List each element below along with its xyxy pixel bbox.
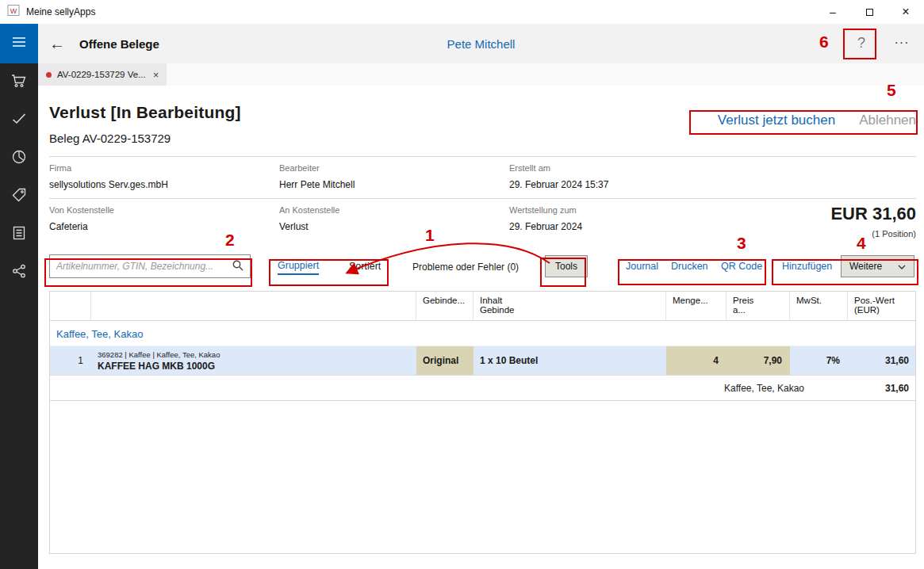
article-meta: 369282 | Kaffee | Kaffee, Tee, Kakao	[98, 350, 220, 359]
field-label: Bearbeiter	[279, 163, 509, 173]
field-label: An Kostenstelle	[279, 205, 509, 215]
chevron-down-icon	[898, 261, 906, 272]
field-value: Herr Pete Mitchell	[279, 179, 509, 190]
more-options-button[interactable]: ···	[886, 28, 918, 58]
total-positions: (1 Position)	[830, 229, 916, 239]
page-title: Offene Belege	[79, 37, 159, 51]
sidebar-item-price-tag[interactable]	[0, 178, 38, 216]
add-link[interactable]: Hinzufügen	[782, 261, 832, 272]
check-icon	[12, 113, 26, 128]
svg-text:W: W	[10, 7, 17, 15]
grouped-toggle[interactable]: Gruppiert	[278, 260, 319, 275]
sidebar-item-statistics[interactable]	[0, 139, 38, 178]
field-value: Cafeteria	[49, 221, 279, 232]
hamburger-icon	[12, 36, 26, 51]
pie-chart-icon	[12, 150, 26, 167]
mwst-cell: 7%	[790, 346, 848, 375]
search-input[interactable]	[56, 261, 232, 272]
menge-cell: 4	[666, 346, 727, 375]
sidebar	[0, 24, 38, 569]
reject-button[interactable]: Ablehnen	[859, 113, 916, 128]
row-number: 1	[50, 346, 91, 375]
tools-label: Tools	[555, 261, 577, 272]
table-row[interactable]: 1 369282 | Kaffee | Kaffee, Tee, Kakao K…	[50, 346, 915, 376]
document-actions: Verlust jetzt buchen Ablehnen	[718, 113, 916, 128]
column-header-preis[interactable]: Preis a...	[727, 292, 790, 320]
sidebar-item-cart[interactable]	[0, 63, 38, 101]
field-bearbeiter: Bearbeiter Herr Pete Mitchell	[279, 163, 509, 190]
column-header-article	[91, 292, 416, 320]
document-content: Verlust [In Bearbeitung] Beleg AV-0229-1…	[38, 86, 924, 569]
pos-wert-cell: 31,60	[848, 346, 917, 375]
positions-table: Gebinde... Inhalt Gebinde Menge... Preis…	[49, 291, 916, 554]
sidebar-item-menu[interactable]	[0, 24, 38, 63]
more-actions-dropdown[interactable]: Weitere	[841, 255, 914, 277]
titlebar: W Meine sellyApps – ×	[0, 0, 924, 24]
total-amount: EUR 31,60	[830, 204, 916, 224]
current-user[interactable]: Pete Mitchell	[447, 37, 516, 51]
fields-row-2: Von Kostenstelle Cafeteria An Kostenstel…	[49, 199, 916, 240]
maximize-icon	[866, 9, 873, 16]
window-title: Meine sellyApps	[26, 6, 95, 17]
document-number: Beleg AV-0229-153729	[49, 132, 916, 145]
summary-label: Kaffee, Tee, Kakao	[50, 383, 848, 394]
app-header: ← Offene Belege Pete Mitchell ? ···	[38, 24, 924, 63]
field-value: 29. Februar 2024 15:37	[509, 179, 916, 190]
column-header-gebinde[interactable]: Gebinde...	[416, 292, 474, 320]
tab-document[interactable]: AV-0229-153729 Ve... ×	[38, 63, 167, 86]
inhalt-cell: 1 x 10 Beutel	[474, 346, 666, 375]
qr-code-link[interactable]: QR Code	[721, 261, 762, 272]
tab-close-icon[interactable]: ×	[153, 69, 159, 81]
maximize-button[interactable]	[851, 0, 888, 24]
field-von-kostenstelle: Von Kostenstelle Cafeteria	[49, 205, 279, 232]
field-label: Von Kostenstelle	[49, 205, 279, 215]
app-icon: W	[7, 4, 20, 20]
article-search[interactable]	[49, 254, 251, 278]
field-value: sellysolutions Serv.ges.mbH	[49, 179, 279, 190]
sidebar-item-journal[interactable]	[0, 216, 38, 254]
field-erstellt-am: Erstellt am 29. Februar 2024 15:37	[509, 163, 916, 190]
summary-value: 31,60	[848, 383, 917, 394]
sidebar-item-share[interactable]	[0, 254, 38, 292]
field-label: Erstellt am	[509, 163, 916, 173]
column-header-mwst[interactable]: MwSt.	[790, 292, 848, 320]
minimize-button[interactable]: –	[815, 0, 851, 24]
sorted-toggle[interactable]: Sortiert	[349, 261, 381, 272]
field-firma: Firma sellysolutions Serv.ges.mbH	[49, 163, 279, 190]
share-icon	[12, 264, 26, 281]
column-header-empty	[50, 292, 91, 320]
positions-toolbar: Gruppiert Sortiert Probleme oder Fehler …	[49, 253, 916, 283]
group-summary-row: Kaffee, Tee, Kakao 31,60	[50, 376, 915, 401]
problems-counter[interactable]: Probleme oder Fehler (0)	[412, 262, 519, 273]
field-label: Firma	[49, 163, 279, 173]
back-button[interactable]: ←	[49, 36, 65, 52]
close-button[interactable]: ×	[888, 0, 924, 24]
gebinde-cell: Original	[416, 346, 474, 375]
cart-icon	[11, 74, 27, 91]
help-button[interactable]: ?	[846, 28, 876, 58]
tag-icon	[12, 188, 26, 205]
preis-cell: 7,90	[727, 346, 790, 375]
book-icon	[13, 226, 25, 243]
column-header-menge[interactable]: Menge...	[666, 292, 727, 320]
field-an-kostenstelle: An Kostenstelle Verlust	[279, 205, 509, 232]
unsaved-dot-icon	[46, 72, 52, 78]
print-link[interactable]: Drucken	[671, 261, 708, 272]
more-actions-label: Weitere	[849, 261, 882, 272]
group-header[interactable]: Kaffee, Tee, Kakao	[50, 321, 915, 346]
table-empty-area	[50, 401, 915, 553]
table-header-row: Gebinde... Inhalt Gebinde Menge... Preis…	[50, 292, 915, 321]
field-value: Verlust	[279, 221, 509, 232]
column-header-inhalt[interactable]: Inhalt Gebinde	[474, 292, 666, 320]
article-name: KAFFEE HAG MKB 1000G	[98, 361, 215, 372]
fields-row-1: Firma sellysolutions Serv.ges.mbH Bearbe…	[49, 157, 916, 198]
tab-bar: AV-0229-153729 Ve... ×	[38, 63, 924, 86]
sidebar-item-tasks[interactable]	[0, 101, 38, 139]
app-window: W Meine sellyApps – ×	[0, 0, 924, 569]
tools-button[interactable]: Tools	[545, 255, 588, 277]
journal-link[interactable]: Journal	[626, 261, 658, 272]
search-icon[interactable]	[232, 260, 243, 273]
book-loss-button[interactable]: Verlust jetzt buchen	[718, 113, 835, 128]
column-header-pos-wert[interactable]: Pos.-Wert (EUR)	[848, 292, 917, 320]
article-cell: 369282 | Kaffee | Kaffee, Tee, Kakao KAF…	[91, 346, 416, 375]
